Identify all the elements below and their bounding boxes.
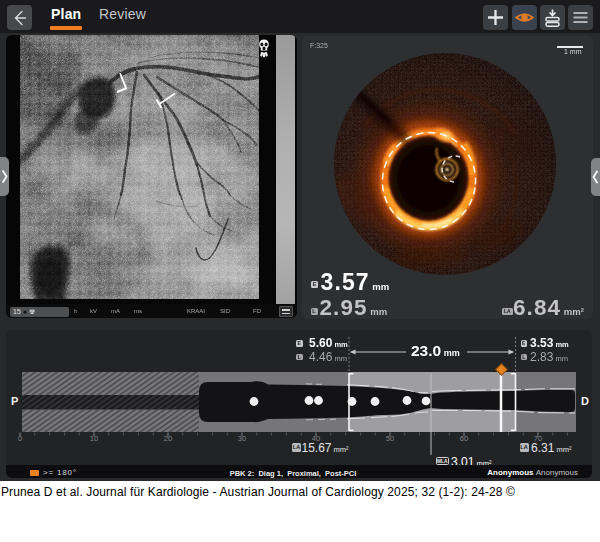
svg-text:30: 30	[238, 434, 246, 443]
svg-text:10: 10	[90, 434, 98, 443]
svg-text:60: 60	[460, 434, 468, 443]
svg-text:20: 20	[164, 434, 172, 443]
svg-text:50: 50	[386, 434, 394, 443]
svg-text:0: 0	[18, 434, 22, 443]
